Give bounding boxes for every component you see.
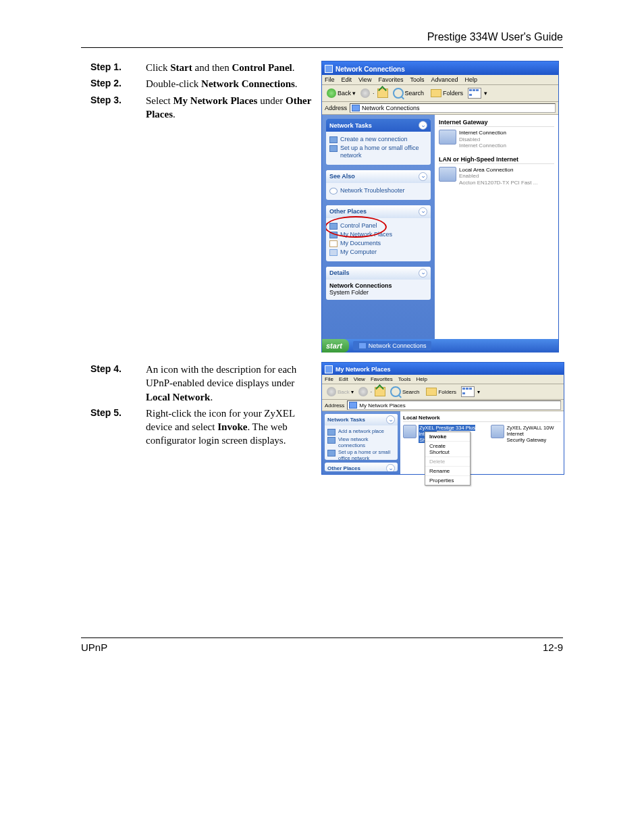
menu-help[interactable]: Help <box>416 376 427 382</box>
start-button[interactable]: start <box>322 339 349 353</box>
menu-advanced[interactable]: Advanced <box>431 76 458 83</box>
back-button[interactable]: Back ▾ <box>325 386 356 397</box>
step1-label: Step 1. <box>90 61 146 74</box>
folder-icon <box>426 388 437 396</box>
address-input[interactable]: Network Connections <box>350 103 556 113</box>
menu-edit[interactable]: Edit <box>339 376 348 382</box>
group-lan: LAN or High-Speed Internet <box>439 156 554 164</box>
collapse-icon: ⌵ <box>419 269 427 278</box>
panel-see-also: See Also⌵ Network Troubleshooter <box>326 170 431 200</box>
menu-favorites[interactable]: Favorites <box>371 376 393 382</box>
address-bar: Address My Network Places <box>322 400 564 411</box>
ctx-properties[interactable]: Properties <box>425 476 470 485</box>
views-button[interactable] <box>461 386 475 397</box>
address-bar: Address Network Connections <box>322 102 558 115</box>
address-icon <box>349 402 357 409</box>
steps-block-b: Step 4. An icon with the description for… <box>90 363 313 450</box>
place-my-documents[interactable]: My Documents <box>329 240 427 247</box>
folders-button[interactable]: Folders <box>429 88 465 98</box>
folders-button[interactable]: Folders <box>424 387 458 396</box>
connection-lan[interactable]: Local Area Connection Enabled Accton EN1… <box>439 167 554 186</box>
context-menu: Invoke Create Shortcut Delete Rename Pro… <box>425 432 471 486</box>
place-my-computer[interactable]: My Computer <box>329 249 427 256</box>
menu-view[interactable]: View <box>358 76 371 83</box>
panel-header[interactable]: Details⌵ <box>326 267 431 280</box>
menu-edit[interactable]: Edit <box>342 76 352 83</box>
task-add-place[interactable]: Add a network place <box>327 428 395 436</box>
step4-label: Step 4. <box>90 363 146 404</box>
views-button[interactable] <box>468 88 481 99</box>
see-troubleshooter[interactable]: Network Troubleshooter <box>329 187 427 194</box>
task-create-connection[interactable]: Create a new connection <box>329 136 427 143</box>
taskbar-icon <box>358 342 367 349</box>
task-setup-network[interactable]: Set up a home or small office network <box>329 145 427 159</box>
forward-button[interactable] <box>358 387 368 396</box>
window-title: My Network Places <box>336 366 391 373</box>
up-button[interactable] <box>377 88 388 98</box>
menu-file[interactable]: File <box>325 76 335 83</box>
up-button[interactable] <box>375 387 385 396</box>
collapse-icon: ⌵ <box>386 464 395 471</box>
menu-file[interactable]: File <box>325 376 333 382</box>
search-button[interactable]: Search <box>388 386 421 398</box>
device-icon <box>403 425 417 438</box>
address-input[interactable]: My Network Places <box>347 400 561 410</box>
menu-help[interactable]: Help <box>464 76 477 83</box>
main-pane: Local Network ZyXEL Prestige 334 Plus In… <box>400 411 564 474</box>
toolbar: Back ▾ · Search Folders ▾ <box>322 384 564 400</box>
device-zywall[interactable]: ZyXEL ZyWALL 10W Internet Security Gatew… <box>491 425 561 443</box>
step4-text: An icon with the description for each UP… <box>146 363 313 404</box>
step2-text: Double-click Network Connections. <box>146 77 313 90</box>
connection-internet[interactable]: Internet Connection Disabled Internet Co… <box>439 130 554 149</box>
step2-label: Step 2. <box>90 77 146 90</box>
step5-label: Step 5. <box>90 407 146 448</box>
footer-rule <box>81 637 563 638</box>
panel-network-tasks: Network Tasks⌵ Add a network place View … <box>325 414 398 460</box>
back-icon <box>327 88 336 98</box>
screenshot-network-connections: Network Connections File Edit View Favor… <box>321 61 559 353</box>
back-icon <box>327 387 336 396</box>
details-line1: Network Connections <box>329 282 427 289</box>
place-control-panel[interactable]: Control Panel <box>329 222 427 230</box>
address-label: Address <box>325 402 344 409</box>
menu-view[interactable]: View <box>354 376 365 382</box>
step3-label: Step 3. <box>90 94 146 122</box>
connection-icon <box>439 130 456 145</box>
ctx-invoke[interactable]: Invoke <box>425 432 470 442</box>
search-button[interactable]: Search <box>391 87 427 99</box>
panel-header[interactable]: Network Tasks⌵ <box>325 414 398 425</box>
taskbar: start Network Connections <box>322 339 558 353</box>
place-my-network-places[interactable]: My Network Places <box>329 231 427 238</box>
menu-tools[interactable]: Tools <box>398 376 411 382</box>
panel-other-places: Other Places⌵ Control Panel My Network P… <box>326 205 431 261</box>
ctx-rename[interactable]: Rename <box>425 467 470 476</box>
collapse-icon: ⌵ <box>386 415 395 424</box>
panel-header[interactable]: Other Places⌵ <box>325 463 398 471</box>
steps-block-a: Step 1. Click Start and then Control Pan… <box>90 61 313 124</box>
panel-header[interactable]: Other Places⌵ <box>326 205 431 218</box>
titlebar[interactable]: My Network Places <box>322 363 564 375</box>
menu-tools[interactable]: Tools <box>410 76 424 83</box>
folder-icon <box>431 89 441 97</box>
menubar: File Edit View Favorites Tools Help <box>322 375 564 384</box>
forward-button[interactable] <box>360 88 370 98</box>
menu-favorites[interactable]: Favorites <box>378 76 403 83</box>
task-setup-network[interactable]: Set up a home or small office network <box>327 449 395 460</box>
titlebar[interactable]: Network Connections <box>322 61 558 75</box>
sidebar: Network Tasks⌵ Add a network place View … <box>322 411 400 474</box>
menubar: File Edit View Favorites Tools Advanced … <box>322 75 558 85</box>
search-icon <box>393 88 404 99</box>
footer-page: 12-9 <box>543 642 563 653</box>
panel-details: Details⌵ Network Connections System Fold… <box>326 267 431 300</box>
collapse-icon: ⌵ <box>419 121 427 130</box>
toolbar: Back ▾ · Search Folders ▾ <box>322 85 558 102</box>
collapse-icon: ⌵ <box>419 172 427 181</box>
panel-header[interactable]: Network Tasks⌵ <box>326 119 431 132</box>
step5-text: Right-click the icon for your ZyXEL devi… <box>146 407 313 448</box>
back-button[interactable]: Back ▾ <box>325 88 358 99</box>
panel-header[interactable]: See Also⌵ <box>326 170 431 183</box>
task-view-connections[interactable]: View network connections <box>327 436 395 448</box>
window-title: Network Connections <box>336 66 405 73</box>
ctx-create-shortcut[interactable]: Create Shortcut <box>425 442 470 457</box>
taskbar-item[interactable]: Network Connections <box>353 341 432 350</box>
